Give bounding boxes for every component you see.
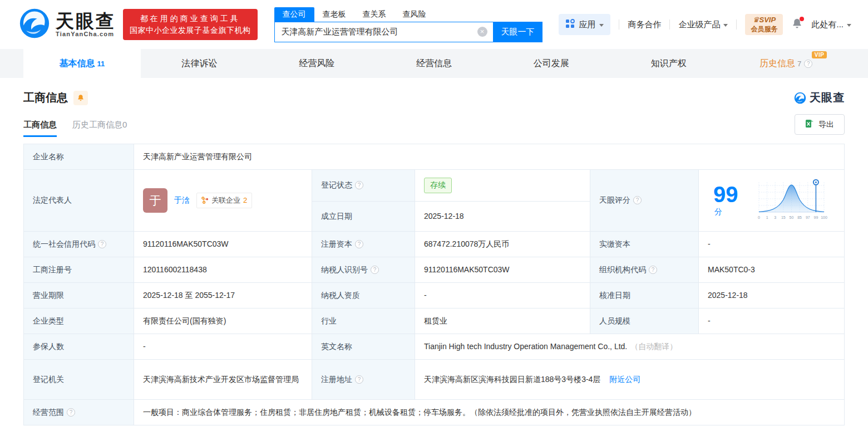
field-label: 成立日期 bbox=[312, 202, 415, 232]
divider bbox=[736, 19, 737, 30]
promo-banner: 都在用的商业查询工具 国家中小企业发展子基金旗下机构 bbox=[123, 9, 258, 40]
company-tab-bar: 基本信息11 法律诉讼 经营风险 经营信息 公司发展 知识产权 VIP 历史信息… bbox=[0, 49, 868, 78]
search-tab-boss[interactable]: 查老板 bbox=[314, 7, 354, 22]
tab-operating-risk[interactable]: 经营风险 bbox=[258, 49, 376, 78]
reg-number-value: 120116002118438 bbox=[134, 257, 312, 283]
table-row: 企业名称 天津高新产业运营管理有限公司 bbox=[24, 144, 845, 170]
search-tabs: 查公司 查老板 查关系 查风险 bbox=[274, 7, 542, 22]
search-input[interactable] bbox=[275, 27, 493, 37]
auto-translate-note: （自动翻译） bbox=[630, 342, 677, 351]
field-label: 工商注册号 bbox=[24, 257, 134, 283]
tianyancha-logo-icon bbox=[794, 92, 806, 104]
tianyancha-watermark: 天眼查 bbox=[794, 90, 845, 105]
help-icon[interactable]: ? bbox=[355, 181, 363, 189]
field-label: 组织机构代码? bbox=[590, 257, 699, 283]
main-content: 工商信息 天眼查 工商信息 历史工商信息0 bbox=[0, 78, 868, 425]
field-label: 实缴资本 bbox=[590, 232, 699, 257]
export-button[interactable]: 导出 bbox=[795, 114, 845, 135]
field-label: 纳税人识别号? bbox=[312, 257, 415, 283]
search-tab-risk[interactable]: 查风险 bbox=[394, 7, 435, 22]
notification-dot bbox=[800, 17, 804, 21]
bell-icon bbox=[791, 22, 803, 31]
staff-size-value: - bbox=[699, 309, 845, 334]
field-label: 统一社会信用代码? bbox=[24, 232, 134, 257]
reg-authority-value: 天津滨海高新技术产业开发区市场监督管理局 bbox=[134, 360, 312, 400]
legal-rep-avatar[interactable]: 于 bbox=[143, 188, 167, 213]
help-icon[interactable]: ? bbox=[371, 266, 379, 274]
table-row: 登记机关 天津滨海高新技术产业开发区市场监督管理局 注册地址? 天津滨海高新区滨… bbox=[24, 360, 845, 400]
help-icon[interactable]: ? bbox=[355, 240, 363, 248]
crown-icon: ♛ bbox=[753, 16, 760, 24]
english-name-value: Tianjin High tech Industry Operation Man… bbox=[415, 334, 845, 360]
reg-status-value: 存续 bbox=[415, 170, 590, 202]
search-tab-company[interactable]: 查公司 bbox=[274, 7, 314, 22]
insured-count-value: - bbox=[134, 334, 312, 360]
establish-date-value: 2025-12-18 bbox=[415, 202, 590, 232]
company-name-value: 天津高新产业运营管理有限公司 bbox=[134, 144, 845, 170]
field-label: 登记机关 bbox=[24, 360, 134, 400]
related-companies-badge[interactable]: 关联企业 2 bbox=[196, 193, 252, 208]
apps-label: 应用 bbox=[579, 19, 595, 30]
chevron-down-icon bbox=[723, 24, 728, 27]
search-button[interactable]: 天眼一下 bbox=[494, 22, 542, 42]
divider bbox=[619, 19, 619, 30]
tab-operating-info[interactable]: 经营信息 bbox=[376, 49, 493, 78]
notifications-button[interactable] bbox=[791, 18, 803, 31]
taxpayer-quality-value: - bbox=[415, 283, 590, 309]
apps-grid-icon bbox=[565, 19, 575, 30]
search-tab-relation[interactable]: 查关系 bbox=[354, 7, 394, 22]
tianyancha-logo[interactable]: 天眼查 TianYanCha.com bbox=[19, 8, 116, 41]
help-icon[interactable]: ? bbox=[355, 375, 363, 384]
subtab-history-business-info[interactable]: 历史工商信息0 bbox=[72, 120, 127, 137]
svg-text:99: 99 bbox=[814, 216, 818, 219]
svg-text:50: 50 bbox=[790, 216, 794, 219]
help-icon[interactable]: ? bbox=[67, 408, 75, 417]
field-label: 企业类型 bbox=[24, 309, 134, 334]
tab-company-development[interactable]: 公司发展 bbox=[492, 49, 610, 78]
help-icon[interactable]: ? bbox=[804, 60, 812, 68]
tab-basic-info[interactable]: 基本信息11 bbox=[23, 49, 141, 78]
business-term-value: 2025-12-18 至 2055-12-17 bbox=[134, 283, 312, 309]
field-label: 企业名称 bbox=[24, 144, 134, 170]
subscribe-bell-button[interactable] bbox=[73, 91, 88, 105]
field-label: 人员规模 bbox=[590, 309, 699, 334]
search-area: 查公司 查老板 查关系 查风险 × 天眼一下 bbox=[274, 7, 542, 42]
help-icon[interactable]: ? bbox=[633, 196, 642, 204]
clear-icon[interactable]: × bbox=[477, 27, 487, 37]
svg-text:97: 97 bbox=[806, 216, 810, 219]
score-cell: 99分 bbox=[699, 170, 845, 232]
svip-member-badge[interactable]: ♛SVIP 会员服务 bbox=[745, 14, 783, 35]
table-row: 企业类型 有限责任公司(国有独资) 行业 租赁业 人员规模 - bbox=[24, 309, 845, 334]
help-icon[interactable]: ? bbox=[98, 240, 106, 248]
subtab-business-info[interactable]: 工商信息 bbox=[23, 120, 57, 137]
score-value: 99 bbox=[713, 182, 738, 207]
score-distribution-chart: 0 1 3 15 50 85 97 99 100 bbox=[753, 178, 830, 223]
apps-menu-button[interactable]: 应用 bbox=[559, 14, 610, 35]
tab-legal-proceedings[interactable]: 法律诉讼 bbox=[141, 49, 258, 78]
network-icon bbox=[201, 197, 209, 204]
help-icon[interactable]: ? bbox=[649, 266, 657, 274]
legal-rep-link[interactable]: 于浛 bbox=[174, 194, 190, 207]
nearby-companies-link[interactable]: 附近公司 bbox=[609, 375, 640, 384]
brand-name: 天眼查 bbox=[56, 12, 116, 31]
field-label: 行业 bbox=[312, 309, 415, 334]
nav-business-cooperation[interactable]: 商务合作 bbox=[628, 19, 661, 30]
vip-badge: VIP bbox=[812, 51, 827, 58]
tab-intellectual-property[interactable]: 知识产权 bbox=[610, 49, 727, 78]
field-label: 英文名称 bbox=[312, 334, 415, 360]
field-label: 法定代表人 bbox=[24, 170, 134, 232]
svg-text:100: 100 bbox=[821, 216, 827, 219]
tab-history-info[interactable]: VIP 历史信息 7 ? bbox=[727, 49, 845, 78]
user-menu[interactable]: 此处有... bbox=[811, 19, 851, 30]
taxpayer-id-value: 91120116MAK50TC03W bbox=[415, 257, 590, 283]
excel-icon bbox=[805, 119, 814, 130]
business-info-table: 企业名称 天津高新产业运营管理有限公司 法定代表人 于 于浛 关 bbox=[23, 144, 845, 425]
svg-text:1: 1 bbox=[766, 216, 768, 219]
field-label: 营业期限 bbox=[24, 283, 134, 309]
table-row: 工商注册号 120116002118438 纳税人识别号? 91120116MA… bbox=[24, 257, 845, 283]
legal-rep-cell: 于 于浛 关联企业 2 bbox=[134, 170, 312, 232]
promo-line1: 都在用的商业查询工具 bbox=[130, 13, 251, 25]
company-type-value: 有限责任公司(国有独资) bbox=[134, 309, 312, 334]
nav-enterprise-products[interactable]: 企业级产品 bbox=[678, 19, 728, 30]
field-label: 经营范围? bbox=[24, 400, 134, 425]
